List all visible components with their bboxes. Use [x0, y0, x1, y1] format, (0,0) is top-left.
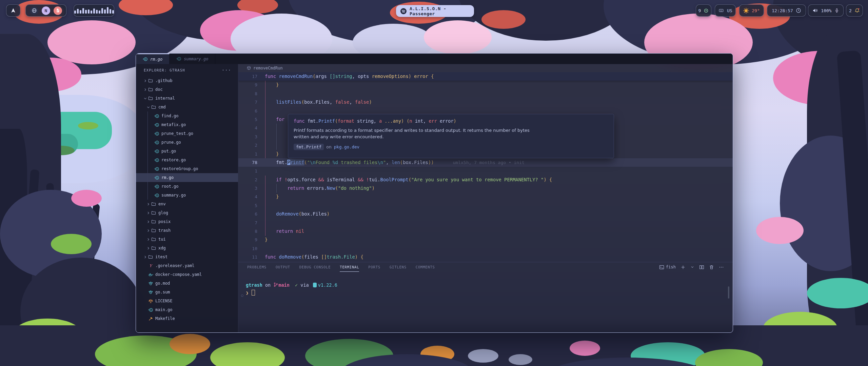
tree-folder-tui[interactable]: tui: [136, 235, 238, 244]
line-content: listFiles(box.Files, false, false): [265, 98, 372, 106]
panel-tab-problems[interactable]: PROBLEMS: [247, 262, 267, 272]
chevron-down-icon: [143, 96, 148, 101]
keyboard-layout-indicator[interactable]: US: [715, 4, 736, 17]
tree-item-label: posix: [158, 219, 171, 224]
git-branch-name: main: [278, 282, 290, 288]
shell-selector[interactable]: fish: [659, 265, 676, 270]
tree-file-summary.go[interactable]: Gsummary.go: [136, 191, 238, 200]
code-line: 9}: [238, 236, 733, 244]
go-icon: G: [154, 184, 159, 189]
folder-icon: [151, 228, 156, 233]
chevron-right-icon: [146, 237, 151, 242]
svg-text:G: G: [156, 115, 158, 118]
folder-icon: [148, 78, 153, 83]
tree-file-Makefile[interactable]: Makefile: [136, 314, 238, 323]
tree-file-restore.go[interactable]: Grestore.go: [136, 156, 238, 164]
workspace-indicator[interactable]: 9: [696, 4, 711, 17]
terminal-box-icon: [659, 265, 664, 270]
line-number: 1: [238, 167, 257, 175]
terminal-scrollbar[interactable]: [728, 286, 729, 299]
tree-file-go.sum[interactable]: go.sum: [136, 288, 238, 297]
audio-indicator[interactable]: 100%: [808, 4, 844, 17]
tree-item-label: glog: [158, 210, 168, 215]
tree-folder-trash[interactable]: trash: [136, 226, 238, 235]
tree-folder-posix[interactable]: posix: [136, 217, 238, 226]
tree-item-label: prune_test.go: [161, 131, 193, 136]
panel-tab-gitlens[interactable]: GITLENS: [390, 262, 407, 272]
tree-file-.goreleaser.yaml[interactable]: Y.goreleaser.yaml: [136, 261, 238, 270]
clock-indicator[interactable]: 12:28:57: [767, 4, 806, 17]
split-terminal-icon[interactable]: [699, 265, 704, 270]
pkg-go-dev-link[interactable]: pkg.go.dev: [334, 144, 359, 149]
tree-file-root.go[interactable]: Groot.go: [136, 182, 238, 191]
tree-folder-env[interactable]: env: [136, 200, 238, 208]
code-line-current: 78 fmt.Printf("\nFound %d trashed files\…: [238, 158, 733, 167]
panel-tab-comments[interactable]: COMMENTS: [416, 262, 435, 272]
code-editor[interactable]: 17func removeCmdRun(args []string, opts …: [238, 72, 733, 262]
editor-tab-summary.go[interactable]: Gsummary.go: [170, 54, 215, 64]
explorer-more-icon[interactable]: ···: [222, 67, 231, 73]
launcher-button[interactable]: [6, 4, 20, 17]
kill-terminal-icon[interactable]: [709, 265, 714, 270]
go-icon: G: [154, 149, 159, 154]
tree-file-LICENSE[interactable]: LICENSE: [136, 297, 238, 305]
panel-tab-terminal[interactable]: TERMINAL: [340, 262, 359, 272]
spotify-icon: [400, 8, 407, 15]
browser-globe-icon[interactable]: [30, 6, 38, 15]
now-playing-pill[interactable]: A.L.I.S.O.N - Passenger: [396, 5, 474, 17]
tree-file-docker-compose.yaml[interactable]: docker-compose.yaml: [136, 270, 238, 279]
tree-folder-cmd[interactable]: cmd: [136, 103, 238, 111]
neovim-icon[interactable]: N: [42, 6, 50, 15]
tree-folder-glog[interactable]: glog: [136, 208, 238, 217]
new-terminal-icon[interactable]: [680, 265, 686, 270]
editor-tab-bar: Grm.goGsummary.go: [136, 54, 733, 64]
panel-tab-output[interactable]: OUTPUT: [276, 262, 290, 272]
go-file-icon: G: [143, 57, 148, 62]
shell-label: fish: [666, 265, 676, 269]
panel-tab-debug-console[interactable]: DEBUG CONSOLE: [299, 262, 331, 272]
code-line: 3 return errors.New("do nothing"): [238, 184, 733, 192]
tree-file-main.go[interactable]: Gmain.go: [136, 305, 238, 314]
tree-folder-itest[interactable]: itest: [136, 252, 238, 261]
line-number: 17: [238, 72, 257, 81]
line-number: 7: [238, 219, 257, 227]
terminal[interactable]: gtrash on main ✓ via v1.22.6 ❯ ○: [238, 272, 733, 333]
line-number: 4: [238, 124, 257, 132]
line-number: 2: [238, 141, 257, 149]
folder-icon: [148, 96, 153, 101]
tree-file-put.go[interactable]: Gput.go: [136, 147, 238, 156]
hover-symbol-chip[interactable]: fmt.Printf: [294, 144, 324, 150]
line-number: 8: [238, 89, 257, 98]
tree-file-metafix.go[interactable]: Gmetafix.go: [136, 120, 238, 129]
file-manager-icon[interactable]: [54, 6, 62, 15]
line-number: 3: [238, 133, 257, 141]
explorer-sidebar: EXPLORER: GTRASH ··· .githubdocinternalc…: [136, 64, 238, 333]
tree-folder-.github[interactable]: .github: [136, 76, 238, 85]
tree-file-find.go[interactable]: Gfind.go: [136, 111, 238, 120]
line-number: 3: [238, 184, 257, 192]
notification-indicator[interactable]: 2: [846, 4, 863, 17]
code-line: 1: [238, 167, 733, 175]
tree-file-go.mod[interactable]: go.mod: [136, 279, 238, 288]
weather-indicator[interactable]: 29°: [739, 4, 764, 17]
tree-file-prune_test.go[interactable]: Gprune_test.go: [136, 129, 238, 138]
terminal-dropdown-icon[interactable]: [690, 265, 694, 269]
line-content: func removeCmdRun(args []string, opts re…: [265, 72, 434, 81]
tree-file-rm.go[interactable]: Grm.go: [136, 173, 238, 182]
tree-file-restoreGroup.go[interactable]: GrestoreGroup.go: [136, 164, 238, 173]
more-actions-icon[interactable]: [719, 265, 724, 270]
breadcrumb[interactable]: removeCmdRun: [238, 64, 733, 72]
editor-tab-rm.go[interactable]: Grm.go: [136, 54, 170, 64]
tree-folder-doc[interactable]: doc: [136, 85, 238, 94]
tree-folder-internal[interactable]: internal: [136, 94, 238, 103]
line-content: func doRemove(files []trash.File) {: [265, 253, 363, 261]
go-icon: G: [154, 114, 159, 119]
line-number: 11: [238, 253, 257, 261]
tree-item-label: main.go: [155, 307, 173, 312]
tree-item-label: .github: [155, 78, 173, 83]
tree-file-prune.go[interactable]: Gprune.go: [136, 138, 238, 147]
now-playing-title: A.L.I.S.O.N - Passenger: [410, 6, 470, 16]
panel-tab-ports[interactable]: PORTS: [368, 262, 380, 272]
line-number: 10: [238, 244, 257, 253]
tree-folder-xdg[interactable]: xdg: [136, 244, 238, 252]
